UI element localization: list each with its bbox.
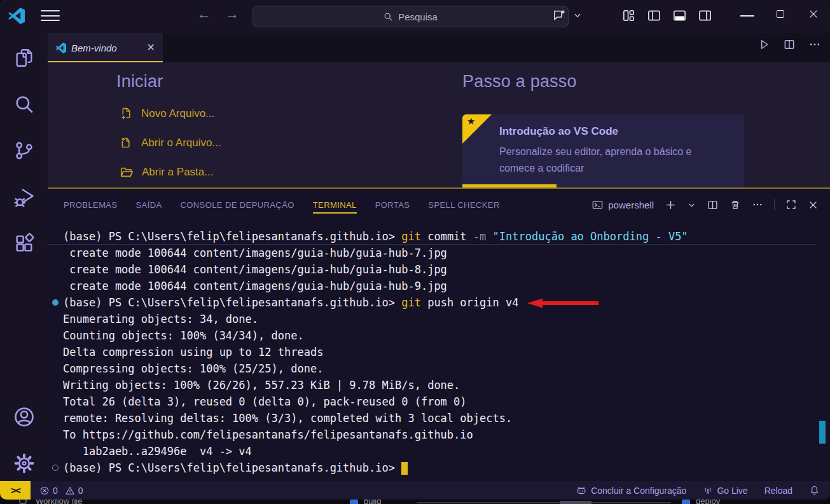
settings-gear-icon[interactable] (0, 448, 48, 479)
split-terminal-icon[interactable] (707, 199, 719, 211)
terminal-line: 1ab2aeb..a29496e v4 -> v4 (48, 443, 816, 460)
run-file-icon[interactable] (757, 38, 770, 51)
terminal-text: Compressing objects: 100% (25/25), done. (63, 362, 323, 375)
terminal-text: -m (473, 230, 486, 243)
terminal-text: git (401, 296, 421, 309)
terminal-line: To https://github.com/felipesantanafs/fe… (48, 426, 816, 443)
terminal-text: Delta compression using up to 12 threads (63, 346, 323, 358)
run-debug-icon[interactable] (0, 182, 48, 212)
open-folder-link[interactable]: Abrir a Pasta... (120, 165, 213, 179)
walkthrough-card-title: Introdução ao VS Code (499, 125, 618, 138)
more-actions-icon[interactable] (808, 38, 821, 51)
activity-bar (0, 33, 48, 481)
toggle-primary-sidebar-icon[interactable] (647, 8, 661, 23)
search-placeholder: Pesquisa (398, 11, 438, 22)
status-bar: >< 0 0 Concluir a Configuração Go Live R… (0, 481, 830, 500)
tab-debug-console[interactable]: CONSOLE DE DEPURAÇÃO (181, 196, 294, 214)
search-view-icon[interactable] (0, 89, 48, 119)
terminal-text: git (401, 230, 421, 243)
walkthrough-card-description: Personalize seu editor, aprenda o básico… (499, 144, 728, 176)
terminal-text: Writing objects: 100% (26/26), 557.23 Ki… (63, 379, 460, 392)
copilot-face-icon (576, 485, 587, 496)
terminal-text: (base) PS C:\Users\felip\felipesantanafs… (63, 296, 401, 309)
source-control-icon[interactable] (0, 135, 48, 166)
finish-setup-button[interactable]: Concluir a Configuração (576, 485, 686, 496)
error-count: 0 (53, 486, 58, 496)
walkthrough-card[interactable]: ★ Introdução ao VS Code Personalize seu … (462, 114, 744, 187)
copilot-chat-icon[interactable] (551, 8, 567, 23)
window-close-button[interactable] (797, 0, 830, 28)
terminal-text: push origin v4 (421, 296, 519, 309)
star-icon: ★ (467, 116, 475, 127)
panel-more-actions-icon[interactable] (752, 199, 763, 210)
terminal-text: create mode 100644 content/imagens/guia-… (63, 280, 447, 292)
tab-bem-vindo[interactable]: Bem-vindo ✕ (48, 33, 163, 62)
terminal-text: commit (421, 230, 473, 243)
background-build-icon (350, 500, 358, 504)
terminal-line: Enumerating objects: 34, done. (48, 311, 816, 327)
terminal-text (486, 230, 492, 243)
vscode-logo-icon (8, 8, 25, 24)
bottom-panel: PROBLEMAS SAÍDA CONSOLE DE DEPURAÇÃO TER… (48, 189, 830, 481)
notifications-bell-icon[interactable] (809, 485, 820, 496)
terminal-line: Counting objects: 100% (34/34), done. (48, 327, 816, 344)
open-folder-icon (120, 165, 134, 179)
terminal-line: Compressing objects: 100% (25/25), done. (48, 360, 816, 377)
terminal-text: create mode 100644 content/imagens/guia-… (63, 247, 447, 259)
new-terminal-icon[interactable] (665, 199, 677, 211)
problems-status[interactable]: 0 0 (39, 486, 83, 496)
terminal-text: (base) PS C:\Users\felip\felipesantanafs… (63, 461, 401, 474)
command-decoration-icon[interactable] (52, 299, 59, 306)
copilot-chevron-down-icon[interactable] (573, 11, 582, 20)
terminal-line: Total 26 (delta 3), reused 0 (delta 0), … (48, 393, 816, 410)
editor-tab-strip: Bem-vindo ✕ (48, 33, 830, 62)
title-bar: ← → Pesquisa (0, 0, 830, 33)
terminal-text: remote: Resolving deltas: 100% (3/3), co… (63, 412, 512, 425)
finish-setup-label: Concluir a Configuração (591, 486, 686, 496)
reload-button[interactable]: Reload (764, 486, 792, 496)
tab-terminal[interactable]: TERMINAL (313, 196, 357, 214)
window-minimize-button[interactable] (731, 0, 764, 28)
terminal-text: 1ab2aeb..a29496e v4 -> v4 (63, 445, 252, 458)
extensions-icon[interactable] (0, 228, 48, 259)
terminal-line: Writing objects: 100% (26/26), 557.23 Ki… (48, 377, 816, 393)
customize-layout-icon[interactable] (621, 8, 636, 23)
powershell-icon (591, 199, 604, 211)
terminal-dropdown-chevron-icon[interactable] (688, 201, 696, 209)
new-file-link[interactable]: Novo Arquivo... (120, 107, 214, 120)
command-decoration-icon[interactable] (52, 465, 59, 471)
menu-hamburger-button[interactable] (41, 10, 60, 23)
toggle-secondary-sidebar-icon[interactable] (698, 8, 712, 23)
nav-forward-button[interactable]: → (224, 6, 240, 22)
tab-problems[interactable]: PROBLEMAS (64, 196, 118, 214)
split-editor-icon[interactable] (783, 38, 796, 51)
tab-spell-checker[interactable]: SPELL CHECKER (428, 196, 499, 214)
tab-ports[interactable]: PORTAS (375, 196, 410, 214)
error-icon (39, 486, 50, 496)
tab-output[interactable]: SAÍDA (136, 196, 162, 214)
maximize-panel-icon[interactable] (785, 199, 797, 210)
terminal-text: Counting objects: 100% (34/34), done. (63, 329, 304, 342)
vscode-tab-icon (55, 43, 66, 53)
open-file-label: Abrir o Arquivo... (141, 137, 221, 149)
walkthrough-heading: Passo a passo (462, 72, 577, 92)
explorer-icon[interactable] (0, 43, 48, 73)
go-live-button[interactable]: Go Live (703, 486, 747, 496)
account-icon[interactable] (0, 402, 48, 432)
terminal-text: Enumerating objects: 34, done. (63, 313, 258, 325)
toggle-panel-icon[interactable] (672, 8, 687, 23)
panel-actions-separator (774, 199, 775, 210)
command-center-search[interactable]: Pesquisa (252, 6, 569, 27)
kill-terminal-icon[interactable] (730, 199, 741, 210)
nav-back-button[interactable]: ← (196, 6, 212, 22)
window-maximize-button[interactable] (764, 0, 797, 28)
terminal-cursor (401, 462, 408, 475)
tab-close-icon[interactable]: ✕ (147, 43, 155, 53)
close-panel-icon[interactable] (808, 200, 819, 210)
open-file-link[interactable]: Abrir o Arquivo... (120, 136, 221, 149)
terminal-line: create mode 100644 content/imagens/guia-… (48, 245, 816, 261)
remote-indicator-button[interactable]: >< (0, 481, 31, 500)
terminal-output[interactable]: (base) PS C:\Users\felip\felipesantanafs… (48, 221, 816, 481)
terminal-shell-selector[interactable]: powershell (591, 199, 654, 211)
scrollbar-command-mark (819, 421, 826, 444)
